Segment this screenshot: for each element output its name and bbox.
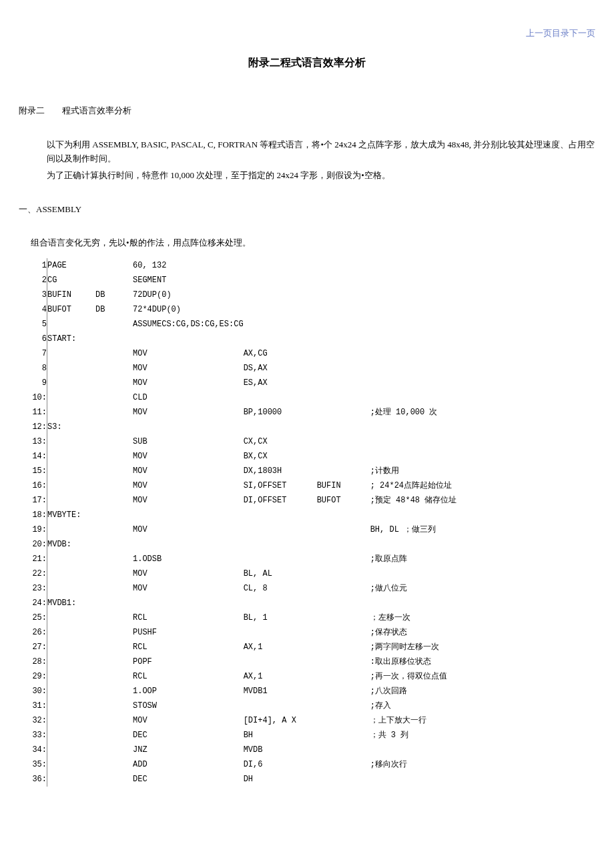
code-directive	[95, 420, 133, 434]
code-row: 36:DECDH	[19, 772, 595, 787]
code-label	[47, 317, 96, 332]
code-row: 1PAGE60, 132	[19, 258, 595, 273]
code-comment: ;两字同时左移一次	[370, 640, 595, 655]
code-operand	[244, 596, 317, 610]
code-label	[47, 346, 96, 361]
code-operand	[244, 508, 317, 522]
code-comment: ; 24*24点阵起始位址	[370, 478, 595, 493]
code-operand2	[317, 464, 370, 478]
code-operand2	[317, 713, 370, 728]
code-comment: ;计数用	[370, 464, 595, 478]
line-number: 6	[19, 332, 47, 346]
code-opcode: 60, 132	[133, 258, 244, 273]
section-1-title: 一、ASSEMBLY	[19, 203, 595, 217]
code-row: 23:MOVCL, 8;做八位元	[19, 581, 595, 596]
code-operand	[244, 420, 317, 434]
code-operand2	[317, 317, 370, 332]
paragraph-1: 以下为利用 ASSEMBLY, BASIC, PASCAL, C, FORTRA…	[47, 138, 595, 166]
code-operand: CX,CX	[244, 434, 317, 449]
code-comment: :取出原移位状态	[370, 655, 595, 669]
code-directive	[95, 317, 133, 332]
code-label	[47, 669, 96, 684]
code-operand2	[317, 405, 370, 420]
code-operand	[244, 552, 317, 566]
code-opcode: ADD	[133, 757, 244, 772]
line-number: 18:	[19, 508, 47, 522]
code-operand	[244, 522, 317, 537]
line-number: 7	[19, 346, 47, 361]
code-opcode: 72*4DUP(0)	[133, 302, 244, 317]
code-row: 26:PUSHF;保存状态	[19, 625, 595, 640]
code-operand2	[317, 273, 370, 288]
code-label	[47, 493, 96, 508]
code-comment	[370, 772, 595, 787]
code-comment	[370, 273, 595, 288]
code-operand: BL, AL	[244, 566, 317, 581]
code-opcode: MOV	[133, 478, 244, 493]
code-opcode: POPF	[133, 655, 244, 669]
code-operand2	[317, 361, 370, 376]
code-directive	[95, 434, 133, 449]
line-number: 29:	[19, 669, 47, 684]
code-row: 7MOVAX,CG	[19, 346, 595, 361]
code-label	[47, 684, 96, 699]
code-operand: DI,6	[244, 757, 317, 772]
line-number: 19:	[19, 522, 47, 537]
prev-link[interactable]: 上一页	[526, 28, 552, 38]
line-number: 17:	[19, 493, 47, 508]
code-directive	[95, 728, 133, 743]
code-row: 24:MVDB1:	[19, 596, 595, 610]
code-comment: ；共 3 列	[370, 728, 595, 743]
line-number: 8	[19, 361, 47, 376]
code-operand2	[317, 552, 370, 566]
next-link[interactable]: 下一页	[569, 28, 595, 38]
code-label	[47, 566, 96, 581]
code-opcode: RCL	[133, 610, 244, 625]
code-opcode: ASSUMECS:CG,DS:CG,ES:CG	[133, 317, 244, 332]
code-operand2	[317, 640, 370, 655]
code-operand2	[317, 610, 370, 625]
paragraph-2: 为了正确计算执行时间，特意作 10,000 次处理，至于指定的 24x24 字形…	[47, 169, 595, 183]
code-label: START:	[47, 332, 96, 346]
line-number: 31:	[19, 699, 47, 713]
code-directive	[95, 684, 133, 699]
code-operand	[244, 273, 317, 288]
code-comment: ;再一次，得双位点值	[370, 669, 595, 684]
code-operand: MVDB1	[244, 684, 317, 699]
code-operand2	[317, 537, 370, 552]
code-comment	[370, 537, 595, 552]
code-operand2	[317, 420, 370, 434]
code-directive	[95, 552, 133, 566]
section-heading-b: 程式语言效率分析	[62, 105, 131, 115]
code-operand2: BUFOT	[317, 493, 370, 508]
code-operand2	[317, 596, 370, 610]
code-directive	[95, 508, 133, 522]
code-operand: AX,1	[244, 640, 317, 655]
code-operand	[244, 655, 317, 669]
code-directive	[95, 405, 133, 420]
code-directive	[95, 610, 133, 625]
line-number: 2	[19, 273, 47, 288]
code-operand2	[317, 699, 370, 713]
code-row: 18:MVBYTE:	[19, 508, 595, 522]
code-comment	[370, 376, 595, 390]
code-row: 27:RCL AX,1;两字同时左移一次	[19, 640, 595, 655]
code-label	[47, 464, 96, 478]
line-number: 15:	[19, 464, 47, 478]
code-opcode: MOV	[133, 376, 244, 390]
code-label	[47, 405, 96, 420]
toc-link[interactable]: 目录	[552, 28, 569, 38]
code-operand: SI,OFFSET	[244, 478, 317, 493]
code-operand2	[317, 655, 370, 669]
code-directive	[95, 332, 133, 346]
code-directive	[95, 581, 133, 596]
code-label	[47, 757, 96, 772]
code-opcode: MOV	[133, 581, 244, 596]
code-operand2	[317, 332, 370, 346]
code-operand2	[317, 757, 370, 772]
code-operand: MVDB	[244, 743, 317, 757]
code-operand: DI,OFFSET	[244, 493, 317, 508]
code-operand2	[317, 288, 370, 302]
code-comment	[370, 566, 595, 581]
code-operand	[244, 537, 317, 552]
